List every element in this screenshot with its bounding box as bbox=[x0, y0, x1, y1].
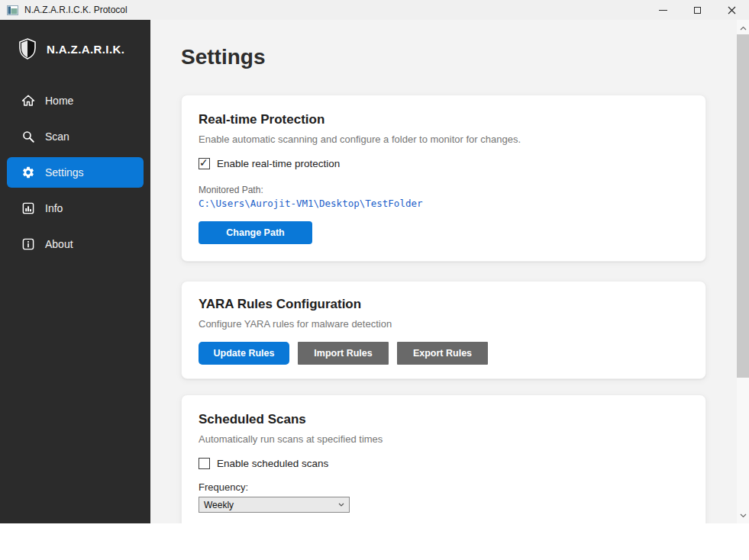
realtime-protection-checkbox-row[interactable]: Enable real-time protection bbox=[199, 158, 689, 169]
settings-page: Settings Real-time Protection Enable aut… bbox=[150, 20, 737, 523]
card-subtitle: Configure YARA rules for malware detecti… bbox=[199, 318, 689, 330]
frequency-label: Frequency: bbox=[199, 481, 689, 493]
minimize-icon bbox=[659, 10, 667, 11]
app-window: N.A.Z.A.R.I.C.K. Protocol N.A.Z.A.R.I.K. bbox=[0, 0, 749, 523]
info-chart-icon bbox=[21, 201, 35, 215]
window-controls bbox=[646, 0, 749, 20]
sidebar-item-label: Settings bbox=[45, 166, 84, 179]
sidebar-item-label: Scan bbox=[45, 130, 69, 143]
page-title: Settings bbox=[181, 44, 737, 70]
maximize-button[interactable] bbox=[680, 0, 715, 20]
card-title: Real-time Protection bbox=[199, 112, 689, 127]
change-path-button[interactable]: Change Path bbox=[199, 221, 312, 244]
yara-buttons-row: Update Rules Import Rules Export Rules bbox=[199, 342, 689, 365]
close-button[interactable] bbox=[715, 0, 749, 20]
checkbox-label: Enable real-time protection bbox=[217, 158, 340, 169]
home-icon bbox=[21, 94, 35, 108]
sidebar-item-label: Home bbox=[45, 95, 73, 107]
card-subtitle: Automatically run scans at specified tim… bbox=[199, 433, 689, 446]
card-title: Scheduled Scans bbox=[199, 412, 689, 427]
settings-gear-icon bbox=[21, 166, 35, 179]
about-icon bbox=[21, 237, 35, 251]
chevron-down-icon bbox=[338, 503, 344, 507]
scheduled-scans-card: Scheduled Scans Automatically run scans … bbox=[181, 394, 706, 523]
realtime-protection-card: Real-time Protection Enable automatic sc… bbox=[181, 95, 706, 262]
card-subtitle: Enable automatic scanning and configure … bbox=[199, 134, 689, 146]
vertical-scrollbar bbox=[737, 20, 749, 523]
frequency-selected-value: Weekly bbox=[204, 500, 234, 510]
scheduled-scans-checkbox[interactable] bbox=[199, 458, 210, 469]
export-rules-button[interactable]: Export Rules bbox=[397, 342, 488, 365]
sidebar-item-label: About bbox=[45, 238, 73, 250]
realtime-protection-checkbox[interactable] bbox=[199, 158, 210, 169]
minimize-button[interactable] bbox=[646, 0, 680, 20]
scrollbar-down-button[interactable] bbox=[737, 509, 749, 522]
scan-icon bbox=[21, 130, 35, 143]
card-title: YARA Rules Configuration bbox=[199, 297, 689, 312]
sidebar-item-scan[interactable]: Scan bbox=[7, 121, 144, 152]
monitored-path-label: Monitored Path: bbox=[199, 185, 689, 195]
maximize-icon bbox=[694, 7, 701, 14]
checkbox-label: Enable scheduled scans bbox=[217, 458, 328, 469]
sidebar-item-about[interactable]: About bbox=[7, 229, 144, 259]
sidebar-nav: Home Scan Settings Info bbox=[0, 85, 150, 259]
scheduled-scans-checkbox-row[interactable]: Enable scheduled scans bbox=[199, 458, 689, 469]
import-rules-button[interactable]: Import Rules bbox=[298, 342, 389, 365]
brand: N.A.Z.A.R.I.K. bbox=[0, 20, 150, 60]
update-rules-button[interactable]: Update Rules bbox=[199, 342, 289, 365]
frequency-select[interactable]: Weekly bbox=[199, 497, 350, 513]
yara-rules-card: YARA Rules Configuration Configure YARA … bbox=[181, 281, 706, 379]
sidebar-item-label: Info bbox=[45, 202, 63, 214]
close-icon bbox=[728, 6, 736, 14]
brand-name: N.A.Z.A.R.I.K. bbox=[47, 43, 124, 56]
title-bar: N.A.Z.A.R.I.C.K. Protocol bbox=[0, 0, 749, 20]
shield-logo-icon bbox=[18, 38, 37, 60]
app-window-icon bbox=[7, 5, 18, 15]
scrollbar-up-button[interactable] bbox=[737, 21, 749, 34]
chevron-up-icon bbox=[740, 26, 747, 31]
window-title: N.A.Z.A.R.I.C.K. Protocol bbox=[24, 5, 128, 15]
sidebar-item-info[interactable]: Info bbox=[7, 193, 144, 224]
sidebar: N.A.Z.A.R.I.K. Home Scan Settings bbox=[0, 20, 150, 523]
monitored-path-value: C:\Users\Aurojit-VM1\Desktop\TestFolder bbox=[199, 198, 689, 209]
sidebar-item-home[interactable]: Home bbox=[7, 85, 144, 116]
chevron-down-icon bbox=[740, 513, 747, 518]
sidebar-item-settings[interactable]: Settings bbox=[7, 157, 144, 188]
scrollbar-thumb[interactable] bbox=[737, 34, 749, 378]
